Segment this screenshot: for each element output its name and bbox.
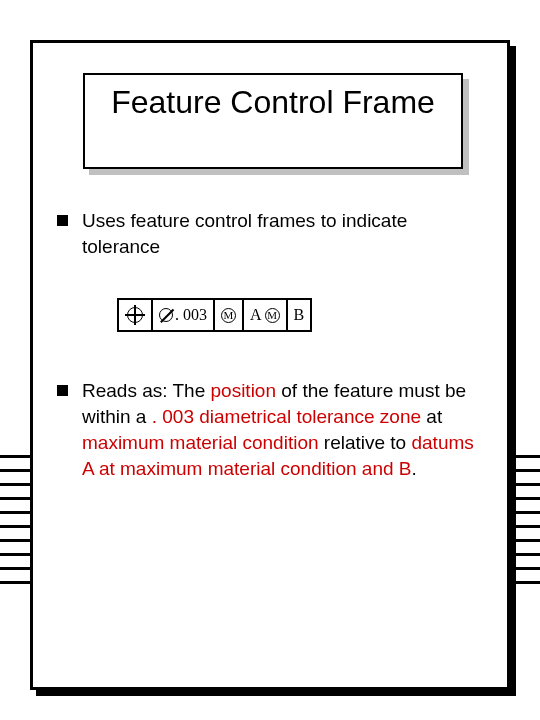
- square-bullet-icon: [57, 385, 68, 396]
- fcf-datum-a-cell: A M: [244, 300, 288, 330]
- true-position-icon: [125, 305, 145, 325]
- square-bullet-icon: [57, 215, 68, 226]
- diameter-icon: [159, 308, 173, 322]
- fcf-modifier-cell: M: [215, 300, 244, 330]
- fcf-datum-b-cell: B: [288, 300, 311, 330]
- fcf-datum-a: A: [250, 306, 262, 324]
- fcf-datum-b: B: [294, 306, 305, 324]
- slide-frame: Feature Control Frame Uses feature contr…: [30, 40, 510, 690]
- feature-control-frame: . 003 M A M B: [117, 298, 312, 332]
- fcf-tolerance-cell: . 003: [153, 300, 215, 330]
- list-item: Reads as: The position of the feature mu…: [57, 378, 489, 482]
- circled-m-icon: M: [265, 308, 280, 323]
- list-item: Uses feature control frames to indicate …: [57, 208, 489, 260]
- fcf-tolerance-value: . 003: [175, 306, 207, 324]
- title-box: Feature Control Frame: [83, 73, 463, 169]
- circled-m-icon: M: [221, 308, 236, 323]
- fcf-symbol-cell: [119, 300, 153, 330]
- bullet-text-2: Reads as: The position of the feature mu…: [82, 378, 489, 482]
- slide-title: Feature Control Frame: [85, 83, 461, 121]
- bullet-text-1: Uses feature control frames to indicate …: [82, 208, 489, 260]
- bullet-list: Uses feature control frames to indicate …: [57, 208, 489, 504]
